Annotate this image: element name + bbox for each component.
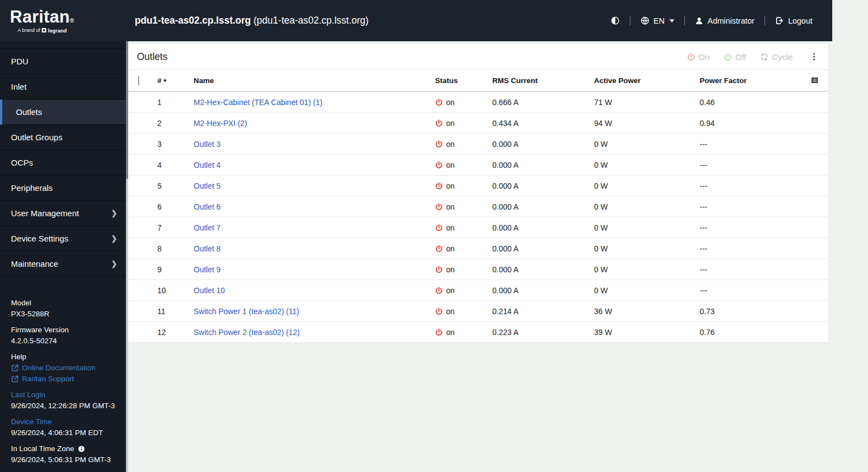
more-options-kebab-icon[interactable] bbox=[809, 51, 819, 62]
outlet-number: 8 bbox=[148, 244, 194, 253]
outlet-name-link[interactable]: Outlet 6 bbox=[194, 202, 221, 211]
external-link-icon bbox=[11, 375, 19, 383]
column-header-power-factor[interactable]: Power Factor bbox=[700, 76, 799, 85]
table-row: 6 Outlet 6 on 0.000 A 0 W --- bbox=[128, 196, 828, 217]
outlet-active-power: 94 W bbox=[594, 119, 700, 128]
sidebar-item-label: Device Settings bbox=[11, 234, 68, 243]
outlet-status-label: on bbox=[446, 161, 455, 169]
online-documentation-link[interactable]: Online Documentation bbox=[22, 363, 96, 374]
outlet-name-link[interactable]: M2-Hex-Cabinet (TEA Cabinet 01) (1) bbox=[194, 98, 322, 107]
outlet-rms-current: 0.000 A bbox=[492, 202, 594, 211]
outlet-power-factor: --- bbox=[700, 286, 799, 295]
sidebar-item-label: Outlets bbox=[16, 107, 42, 117]
outlet-active-power: 39 W bbox=[594, 328, 700, 337]
sidebar-item-inlet[interactable]: Inlet bbox=[0, 74, 126, 100]
table-row: 5 Outlet 5 on 0.000 A 0 W --- bbox=[128, 175, 828, 196]
outlet-number: 2 bbox=[148, 119, 194, 128]
outlet-number: 4 bbox=[148, 161, 194, 169]
sidebar-item-label: User Management bbox=[11, 208, 79, 218]
power-on-icon bbox=[435, 119, 443, 127]
outlet-name-link[interactable]: Outlet 9 bbox=[194, 265, 221, 274]
table-row: 8 Outlet 8 on 0.000 A 0 W --- bbox=[128, 238, 828, 259]
raritan-support-link[interactable]: Raritan Support bbox=[22, 374, 74, 385]
power-on-icon bbox=[435, 308, 443, 315]
sidebar-scrollbar[interactable] bbox=[126, 41, 128, 472]
outlet-status-label: on bbox=[446, 119, 455, 128]
sidebar-item-outlets[interactable]: Outlets bbox=[0, 100, 126, 125]
topbar-controls: EN Administrator Logout bbox=[611, 16, 832, 25]
table-row: 7 Outlet 7 on 0.000 A 0 W --- bbox=[128, 217, 828, 238]
sidebar-scrollbar-thumb[interactable] bbox=[126, 41, 128, 179]
column-header-rms-current[interactable]: RMS Current bbox=[492, 76, 594, 85]
page-title: Outlets bbox=[137, 51, 167, 63]
power-cycle-button[interactable]: Cycle bbox=[760, 52, 793, 62]
tagline-brand: legrand bbox=[48, 28, 67, 34]
logout-button[interactable]: Logout bbox=[775, 16, 812, 25]
outlet-status-label: on bbox=[446, 244, 455, 253]
column-header-number[interactable]: #▲ bbox=[148, 76, 194, 85]
column-selector-icon[interactable] bbox=[810, 76, 828, 85]
info-value: 4.2.0.5-50274 bbox=[11, 336, 117, 347]
table-row: 11 Switch Power 1 (tea-as02) (11) on 0.2… bbox=[128, 301, 828, 322]
column-header-name[interactable]: Name bbox=[194, 76, 435, 85]
column-header-status[interactable]: Status bbox=[435, 76, 492, 85]
outlet-name-link[interactable]: Outlet 5 bbox=[194, 182, 221, 190]
chevron-right-icon: ❯ bbox=[111, 234, 117, 243]
outlet-status: on bbox=[435, 202, 492, 211]
info-label[interactable]: Device Time bbox=[11, 416, 117, 427]
outlet-name-link[interactable]: Outlet 10 bbox=[194, 286, 225, 295]
sidebar-item-device-settings[interactable]: Device Settings❯ bbox=[0, 226, 126, 251]
outlet-rms-current: 0.000 A bbox=[492, 223, 594, 232]
outlet-status: on bbox=[435, 286, 492, 295]
outlet-number: 9 bbox=[148, 265, 194, 274]
power-on-icon bbox=[435, 245, 443, 253]
user-menu[interactable]: Administrator bbox=[695, 17, 754, 25]
user-icon bbox=[695, 17, 704, 25]
sidebar-item-maintenance[interactable]: Maintenance❯ bbox=[0, 251, 126, 277]
outlet-status-label: on bbox=[446, 202, 455, 211]
sidebar-item-outlet-groups[interactable]: Outlet Groups bbox=[0, 125, 126, 150]
info-block-in-local-time-zone: In Local Time Zone9/26/2024, 5:06:31 PM … bbox=[11, 443, 117, 465]
divider bbox=[684, 17, 685, 25]
table-row: 3 Outlet 3 on 0.000 A 0 W --- bbox=[128, 134, 828, 155]
outlet-name-link[interactable]: Switch Power 1 (tea-as02) (11) bbox=[194, 307, 299, 316]
outlet-active-power: 0 W bbox=[594, 286, 700, 295]
info-icon[interactable] bbox=[78, 445, 85, 453]
outlet-name-link[interactable]: Outlet 7 bbox=[194, 223, 221, 232]
outlet-status: on bbox=[435, 119, 492, 128]
outlet-rms-current: 0.000 A bbox=[492, 140, 594, 149]
divider bbox=[765, 17, 765, 25]
outlet-rms-current: 0.000 A bbox=[492, 182, 594, 190]
table-row: 9 Outlet 9 on 0.000 A 0 W --- bbox=[128, 259, 828, 280]
outlet-name-link[interactable]: M2-Hex-PXI (2) bbox=[194, 119, 247, 128]
contrast-toggle-icon[interactable] bbox=[611, 16, 620, 25]
sidebar-item-peripherals[interactable]: Peripherals bbox=[0, 175, 126, 201]
select-all-checkbox[interactable] bbox=[138, 76, 139, 85]
power-off-button[interactable]: Off bbox=[724, 52, 746, 62]
outlet-power-factor: --- bbox=[700, 140, 799, 149]
globe-icon bbox=[640, 16, 650, 25]
column-header-active-power[interactable]: Active Power bbox=[594, 76, 700, 85]
table-row: 12 Switch Power 2 (tea-as02) (12) on 0.2… bbox=[128, 322, 828, 343]
tagline-prefix: A brand of bbox=[18, 28, 40, 33]
outlet-name-link[interactable]: Switch Power 2 (tea-as02) (12) bbox=[194, 328, 300, 337]
power-on-button[interactable]: On bbox=[687, 52, 710, 62]
sidebar-item-user-management[interactable]: User Management❯ bbox=[0, 201, 126, 226]
info-value: 9/26/2024, 5:06:31 PM GMT-3 bbox=[11, 454, 117, 465]
outlet-number: 7 bbox=[148, 223, 194, 232]
sidebar-item-label: Outlet Groups bbox=[11, 133, 62, 142]
hostname-paren: (pdu1-tea-as02.cp.lsst.org) bbox=[254, 15, 369, 26]
sort-ascending-icon: ▲ bbox=[163, 77, 168, 83]
sidebar-item-pdu[interactable]: PDU bbox=[0, 49, 126, 74]
info-label[interactable]: Last Login bbox=[11, 389, 117, 400]
sidebar-nav: PDUInletOutletsOutlet GroupsOCPsPeripher… bbox=[0, 48, 126, 277]
outlet-power-factor: 0.94 bbox=[700, 119, 799, 128]
outlet-name-link[interactable]: Outlet 8 bbox=[194, 244, 221, 253]
info-value: 9/26/2024, 12:26:28 PM GMT-3 bbox=[11, 400, 117, 411]
outlet-status: on bbox=[435, 161, 492, 169]
outlet-name-link[interactable]: Outlet 4 bbox=[194, 161, 221, 169]
sidebar-item-ocps[interactable]: OCPs bbox=[0, 150, 126, 175]
language-selector[interactable]: EN bbox=[640, 16, 674, 25]
outlet-rms-current: 0.000 A bbox=[492, 244, 594, 253]
outlet-name-link[interactable]: Outlet 3 bbox=[194, 140, 221, 149]
